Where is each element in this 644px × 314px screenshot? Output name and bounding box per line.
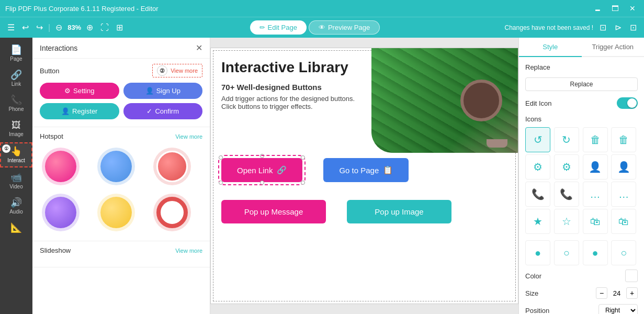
popup-message-label: Pop up Message (244, 207, 303, 216)
hotspot-item-red[interactable] (151, 145, 193, 187)
icon-cell-3[interactable]: 🗑 (611, 127, 636, 152)
popup-image-button[interactable]: Pop up Image (347, 200, 451, 223)
share-button[interactable]: ⊳ (613, 21, 624, 33)
icon-cell-13[interactable]: ☆ (554, 209, 579, 234)
view-more-label: View more (171, 68, 198, 74)
icon-cell-7[interactable]: 👤 (611, 154, 636, 180)
hotspot-item-red2[interactable] (151, 192, 193, 233)
hotspot-circle-yellow (100, 197, 132, 228)
size-minus-button[interactable]: − (596, 287, 607, 299)
hotspot-item-yellow[interactable] (95, 192, 137, 233)
register-button[interactable]: 👤 Register (40, 103, 119, 119)
setting-label: Setting (73, 87, 94, 95)
right-content: Replace Replace Edit Icon Icons ↺ ↻ 🗑 🗑 … (519, 57, 644, 314)
left-nav: 📄 Page 🔗 Link 📞 Phone 🖼 Image ① 👆 Intera… (0, 38, 32, 314)
icon-cell-19[interactable]: ○ (611, 240, 636, 265)
icon-cell-11[interactable]: … (611, 182, 636, 207)
button-view-more[interactable]: ② View more (152, 64, 202, 77)
icon-cell-16[interactable]: ● (525, 240, 550, 265)
tab-style[interactable]: Style (519, 38, 582, 57)
icon-cell-6[interactable]: 👤 (583, 154, 608, 180)
go-to-page-button[interactable]: Go to Page 📋 (323, 158, 409, 182)
position-label: Position (525, 307, 549, 315)
icon-cell-5[interactable]: ⚙ (554, 154, 579, 180)
app-title: Flip PDF Plus Corporate 6.1.11 Registere… (5, 5, 159, 13)
handle-bc[interactable] (260, 181, 264, 185)
handle-tl[interactable] (219, 155, 223, 160)
hotspot-item-pink[interactable] (40, 145, 82, 187)
toggle-knob (627, 98, 637, 108)
hotspot-item-blue[interactable] (95, 145, 137, 187)
slideshow-view-more[interactable]: View more (175, 248, 202, 254)
fit-screen-button[interactable]: ⛶ (98, 22, 111, 33)
icon-cell-14[interactable]: 🛍 (583, 209, 608, 234)
popup-message-button[interactable]: Pop up Message (221, 200, 326, 223)
export-button[interactable]: ⊡ (597, 21, 608, 33)
signup-button[interactable]: 👤 Sign Up (123, 83, 203, 99)
icon-cell-15[interactable]: 🛍 (611, 209, 636, 234)
icon-cell-0[interactable]: ↺ (525, 127, 550, 152)
zoom-in-button[interactable]: ⊕ (84, 21, 95, 33)
replace-button[interactable]: Replace (525, 77, 638, 91)
open-link-button[interactable]: Open Link 🔗 (221, 158, 302, 182)
canvas-area: Interactive Library 70+ Well-designed Bu… (210, 38, 518, 314)
panel-close-button[interactable]: ✕ (196, 43, 202, 53)
nav-item-image[interactable]: 🖼 Image (0, 117, 32, 140)
icons-grid-partial: ● ○ ● ○ (525, 240, 638, 265)
nav-item-interact[interactable]: ① 👆 Interact (0, 142, 32, 167)
nav-item-audio[interactable]: 🔊 Audio (0, 195, 32, 218)
nav-item-link[interactable]: 🔗 Link (0, 67, 32, 90)
grid-button[interactable]: ⊞ (114, 21, 125, 33)
handle-bl[interactable] (219, 181, 223, 185)
hotspot-view-more[interactable]: View more (175, 133, 202, 140)
close-button[interactable]: ✕ (626, 3, 639, 14)
nav-item-page[interactable]: 📄 Page (0, 42, 32, 65)
color-swatch[interactable] (625, 270, 638, 282)
hotspot-item-purple[interactable] (40, 192, 82, 233)
edit-icon-toggle[interactable] (617, 97, 638, 109)
hotspot-circle-purple (45, 197, 76, 228)
icon-cell-8[interactable]: 📞 (525, 182, 550, 207)
confirm-icon: ✓ (146, 107, 152, 115)
tab-trigger-action[interactable]: Trigger Action (582, 38, 645, 56)
icon-cell-1[interactable]: ↻ (554, 127, 579, 152)
unsaved-notice: Changes have not been saved ! (505, 24, 593, 31)
icon-cell-17[interactable]: ○ (554, 240, 579, 265)
page-top-image (371, 48, 518, 153)
save-button[interactable]: ⊡ (628, 21, 639, 33)
position-select[interactable]: Right Left Center (598, 304, 638, 314)
maximize-button[interactable]: 🗖 (608, 3, 622, 14)
size-value: 24 (611, 289, 623, 297)
icon-cell-18[interactable]: ● (583, 240, 608, 265)
zoom-out-button[interactable]: ⊖ (53, 21, 64, 33)
icon-cell-12[interactable]: ★ (525, 209, 550, 234)
undo-button[interactable]: ↩ (20, 21, 31, 33)
go-to-page-label: Go to Page (339, 166, 379, 175)
icon-cell-10[interactable]: … (583, 182, 608, 207)
icons-section: Icons ↺ ↻ 🗑 🗑 ⚙ ⚙ 👤 👤 📞 📞 … … ★ ☆ � (525, 115, 638, 265)
minimize-button[interactable]: 🗕 (591, 3, 604, 14)
icon-cell-4[interactable]: ⚙ (525, 154, 550, 180)
preview-page-button[interactable]: 👁 Preview Page (309, 20, 380, 35)
size-plus-button[interactable]: + (626, 287, 638, 299)
nav-item-phone[interactable]: 📞 Phone (0, 92, 32, 115)
hamburger-menu-button[interactable]: ☰ (5, 21, 17, 33)
confirm-button[interactable]: ✓ Confirm (123, 103, 203, 119)
handle-top-center[interactable] (260, 154, 264, 158)
link-chain-icon: 🔗 (277, 165, 287, 175)
icon-cell-9[interactable]: 📞 (554, 182, 579, 207)
nav-item-tools[interactable]: 📐 (0, 220, 32, 236)
icon-cell-2[interactable]: 🗑 (583, 127, 608, 152)
image-icon: 🖼 (12, 120, 21, 130)
handle-br[interactable] (301, 181, 305, 185)
zoom-level: 83% (67, 24, 81, 31)
panel-header: Interactions ✕ (32, 38, 210, 59)
view-more-badge: ② (157, 65, 167, 76)
nav-label-audio: Audio (9, 209, 23, 215)
redo-button[interactable]: ↪ (34, 21, 45, 33)
handle-tr[interactable] (301, 155, 305, 160)
nav-item-video[interactable]: 📹 Video (0, 170, 32, 193)
edit-page-button[interactable]: ✏ Edit Page (250, 20, 307, 35)
setting-button[interactable]: ⚙ Setting (40, 83, 119, 99)
link-icon: 🔗 (10, 70, 22, 80)
